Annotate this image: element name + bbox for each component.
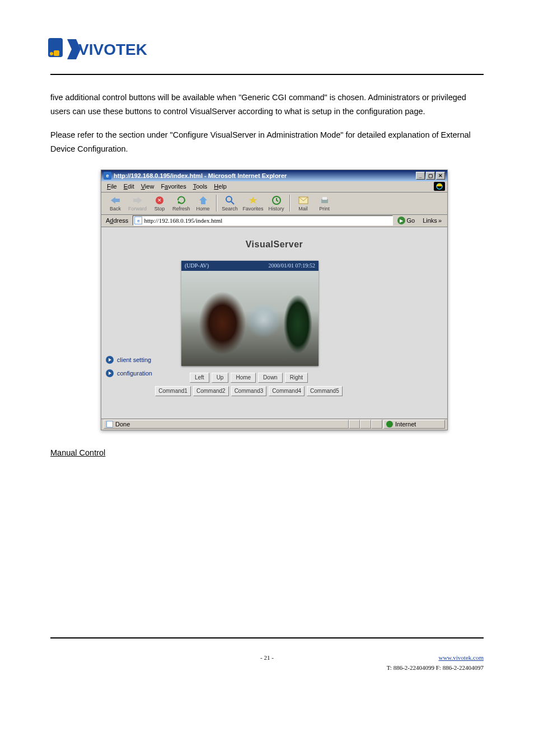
toolbar-stop-label: Stop: [154, 206, 165, 212]
command4-button[interactable]: Command4: [269, 386, 305, 396]
browser-viewport: VisualServer client setting configuratio…: [101, 227, 447, 419]
menubar: File Edit View Favorites Tools Help: [101, 181, 447, 192]
svg-point-12: [226, 196, 232, 202]
dir-down-button[interactable]: Down: [258, 373, 283, 383]
svg-marker-6: [111, 197, 120, 204]
embedded-screenshot: e http://192.168.0.195/index.html - Micr…: [101, 170, 484, 430]
status-network-label: Internet: [395, 421, 416, 428]
search-icon: [224, 195, 236, 206]
vivotek-logo: VIVOTEK: [48, 36, 484, 63]
address-label: Address: [104, 217, 130, 224]
para2b: "Configure VisualServer in Administratio…: [170, 130, 344, 139]
menu-file-label: ile: [111, 183, 117, 190]
links-label: Links: [423, 217, 437, 224]
sidebar-item-configuration[interactable]: configuration: [106, 369, 152, 377]
menu-file[interactable]: File: [104, 182, 120, 191]
video-overlay-left: (UDP-AV): [185, 262, 209, 269]
toolbar-history[interactable]: History: [266, 194, 287, 212]
mail-icon: [297, 195, 310, 206]
video-image: [181, 271, 318, 366]
go-label: Go: [407, 217, 415, 224]
toolbar-back[interactable]: Back: [105, 194, 126, 212]
status-done-label: Done: [115, 421, 130, 428]
command3-button[interactable]: Command3: [231, 386, 267, 396]
maximize-button[interactable]: ▢: [426, 172, 435, 180]
toolbar-print[interactable]: Print: [314, 194, 335, 212]
svg-point-3: [50, 52, 53, 55]
address-input-wrap[interactable]: e: [133, 215, 392, 226]
menu-tools-label: ools: [196, 183, 207, 190]
toolbar: Back Forward ✕ Stop Refresh Home: [101, 192, 447, 215]
control-panel: Left Up Home Down Right Command1 Command…: [155, 373, 343, 396]
toolbar-search[interactable]: Search: [219, 194, 241, 212]
go-button[interactable]: ▶ Go: [395, 217, 418, 224]
dir-up-button[interactable]: Up: [212, 373, 229, 383]
visualserver-title: VisualServer: [101, 227, 447, 255]
para2a: Please refer to the section under: [50, 130, 170, 139]
menu-view[interactable]: View: [138, 182, 158, 191]
toolbar-separator: [216, 195, 217, 212]
page-number: - 21 -: [260, 654, 274, 661]
links-button[interactable]: Links »: [419, 217, 445, 224]
close-button[interactable]: ✕: [436, 172, 445, 180]
footer-site-link[interactable]: www.vivotek.com: [438, 654, 484, 661]
sidebar: client setting configuration: [106, 356, 152, 377]
favorites-icon: [247, 195, 259, 206]
dir-home-button[interactable]: Home: [231, 373, 256, 383]
address-input[interactable]: [144, 217, 391, 224]
menu-tools[interactable]: Tools: [190, 182, 211, 191]
toolbar-favorites[interactable]: Favorites: [241, 194, 266, 212]
ie-throbber-icon: [434, 182, 445, 191]
home-icon: [197, 195, 209, 206]
status-main: Done: [104, 420, 349, 429]
command1-button[interactable]: Command1: [155, 386, 191, 396]
command5-button[interactable]: Command5: [307, 386, 343, 396]
svg-marker-20: [109, 372, 111, 375]
menu-edit[interactable]: Edit: [120, 182, 138, 191]
dir-right-button[interactable]: Right: [285, 373, 308, 383]
minimize-button[interactable]: _: [416, 172, 425, 180]
toolbar-stop[interactable]: ✕ Stop: [149, 194, 170, 212]
command2-button[interactable]: Command2: [193, 386, 229, 396]
toolbar-refresh[interactable]: Refresh: [170, 194, 193, 212]
toolbar-search-label: Search: [222, 206, 238, 212]
footer-tel: T: 886-2-22404099 F: 886-2-22404097: [387, 664, 484, 671]
command-row: Command1 Command2 Command3 Command4 Comm…: [155, 386, 343, 396]
body-paragraph-2: Please refer to the section under "Confi…: [50, 128, 484, 156]
refresh-icon: [175, 195, 188, 206]
svg-text:✕: ✕: [157, 198, 162, 203]
svg-rect-18: [322, 197, 327, 200]
menu-edit-label: dit: [128, 183, 134, 190]
window-titlebar: e http://192.168.0.195/index.html - Micr…: [101, 170, 447, 181]
para1b: "Generic CGI command": [238, 93, 327, 102]
svg-marker-11: [199, 196, 207, 204]
go-icon: ▶: [397, 217, 405, 224]
svg-text:VIVOTEK: VIVOTEK: [78, 41, 147, 58]
menu-favorites[interactable]: Favorites: [157, 182, 189, 191]
svg-marker-19: [109, 358, 111, 361]
status-cell-3: [371, 420, 382, 429]
arrow-right-icon: [106, 356, 114, 364]
dir-left-button[interactable]: Left: [190, 373, 209, 383]
para1a: five additional control buttons will be …: [50, 93, 238, 102]
status-network: Internet: [383, 420, 445, 429]
arrow-right-icon: [106, 369, 114, 377]
page-icon: e: [134, 217, 142, 224]
history-icon: [270, 195, 283, 206]
window-title: http://192.168.0.195/index.html - Micros…: [114, 172, 287, 179]
address-bar: Address e ▶ Go Links »: [101, 215, 447, 227]
sidebar-label-config: configuration: [117, 370, 152, 377]
toolbar-mail[interactable]: Mail: [293, 194, 314, 212]
page-footer: - 21 - www.vivotek.com T: 886-2-22404099…: [50, 654, 484, 661]
page-done-icon: [106, 421, 113, 428]
toolbar-history-label: History: [269, 206, 284, 212]
status-cell-1: [349, 420, 360, 429]
toolbar-home[interactable]: Home: [193, 194, 214, 212]
manual-control-link[interactable]: Manual Control: [50, 448, 105, 457]
menu-fav-label: vorites: [168, 183, 186, 190]
menu-help[interactable]: Help: [210, 182, 230, 191]
video-overlay-right: 2000/01/01 07:19:52: [268, 262, 315, 269]
stop-icon: ✕: [153, 195, 166, 206]
sidebar-item-client-setting[interactable]: client setting: [106, 356, 152, 364]
svg-rect-17: [321, 199, 328, 203]
